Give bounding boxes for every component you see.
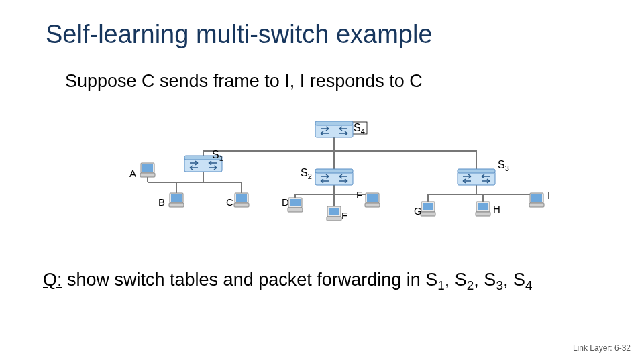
host-e-label: E (341, 210, 348, 221)
switch-s4-icon (315, 121, 353, 137)
slide-subtitle: Suppose C sends frame to I, I responds t… (65, 71, 423, 92)
switch-s3-label: S3 (498, 159, 509, 172)
network-diagram (0, 0, 644, 362)
host-f-icon (365, 193, 380, 207)
switch-s4-label: S4 (354, 122, 365, 135)
switch-s2-icon (315, 169, 353, 185)
question-text: Q: show switch tables and packet forward… (43, 269, 532, 293)
slide-footer: Link Layer: 6-32 (573, 343, 631, 353)
host-a-label: A (129, 168, 136, 179)
switch-s3-icon (458, 169, 495, 185)
host-g-icon (421, 202, 435, 216)
host-g-label: G (414, 205, 422, 217)
host-h-label: H (493, 203, 500, 215)
host-i-label: I (547, 190, 550, 201)
host-f-label: F (356, 189, 362, 200)
slide-title: Self-learning multi-switch example (46, 20, 433, 49)
switch-s2-label: S2 (301, 167, 312, 180)
host-d-icon (288, 198, 303, 212)
host-e-icon (327, 206, 341, 221)
host-c-icon (234, 193, 249, 207)
host-a-icon (140, 163, 155, 177)
switch-s1-label: S1 (212, 149, 223, 162)
host-b-label: B (158, 196, 165, 208)
host-c-label: C (226, 196, 233, 208)
host-i-icon (529, 193, 544, 207)
host-b-icon (169, 193, 184, 207)
host-d-label: D (282, 196, 289, 208)
host-h-icon (476, 202, 490, 216)
